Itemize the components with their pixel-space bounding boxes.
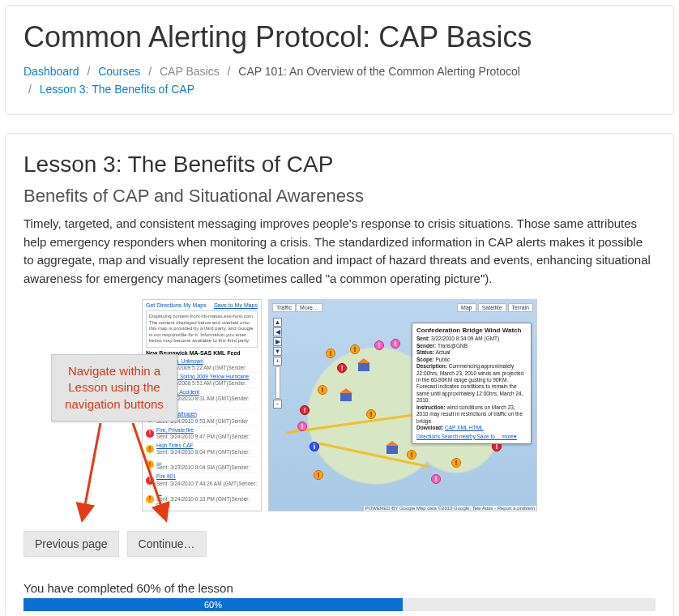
feed-item: !…Sent: 3/23/2010 8:04 SM (GMT)Sender: (143, 457, 261, 473)
callout-tooltip: Navigate within a Lesson using the navig… (51, 354, 177, 421)
feed-disclaimer: Displaying content from nb-masas.ess-hos… (146, 310, 258, 348)
lesson-nav: Previous page Continue… (23, 531, 656, 557)
map-tab-map: Map (457, 303, 476, 312)
lesson-title: Lesson 3: The Benefits of CAP (23, 152, 656, 178)
breadcrumb-sep: / (223, 65, 236, 78)
breadcrumb-lesson[interactable]: Lesson 3: The Benefits of CAP (40, 83, 194, 96)
feed-top-right: Save to My Maps (214, 302, 258, 308)
map-tab-more: More… (296, 303, 322, 312)
lesson-figure: Get Directions My Maps Save to My Maps D… (23, 297, 656, 516)
breadcrumb: Dashboard / Courses / CAP Basics / CAP 1… (23, 62, 656, 98)
bubble-title: Confederation Bridge Wind Watch (416, 327, 527, 335)
progress-bar: 60% (23, 598, 656, 611)
header-panel: Common Alerting Protocol: CAP Basics Das… (5, 5, 674, 115)
map-attribution: POWERED BY Google Map data ©2010 Google,… (364, 506, 536, 511)
breadcrumb-courses[interactable]: Courses (98, 65, 140, 78)
previous-page-button[interactable]: Previous page (23, 531, 119, 557)
lesson-body: Timely, targeted, and consistent messagi… (23, 215, 656, 288)
breadcrumb-sep: / (82, 65, 95, 78)
feed-item: !…Sent: 3/23/2010 9:21 26 AM (GMT)Sender (143, 511, 261, 511)
breadcrumb-sep: / (23, 83, 36, 96)
feed-item: !…Sent: 3/24/2010 6:10 PM (GMT)Sender: D… (143, 489, 261, 511)
map-view-tabs: Traffic More… (272, 303, 322, 312)
progress-label: You have completed 60% of the lesson (23, 581, 656, 595)
breadcrumb-dashboard[interactable]: Dashboard (23, 65, 79, 78)
lesson-panel: Lesson 3: The Benefits of CAP Benefits o… (5, 133, 674, 616)
feed-top-left: Get Directions My Maps (146, 302, 207, 308)
map-tab-traffic: Traffic (272, 303, 296, 312)
section-title: Benefits of CAP and Situational Awarenes… (23, 186, 656, 207)
feed-item: !Fire II01Sent: 3/24/2010 7:44:26 AM (GM… (143, 473, 261, 488)
map-info-bubble: Confederation Bridge Wind Watch Sent: 3/… (412, 323, 532, 444)
breadcrumb-capbasics: CAP Basics (160, 65, 220, 78)
feed-item: !Fire, Private fireSent: 3/24/2010 9:47 … (143, 426, 261, 442)
continue-button[interactable]: Continue… (127, 531, 207, 557)
map-zoom-control: ▲◀▶▼+− (273, 318, 282, 409)
feed-item: !High Tides CAFSent: 3/24/2010 8:04 PM (… (143, 442, 261, 457)
map-tab-terrain: Terrain (508, 303, 533, 312)
breadcrumb-course-title: CAP 101: An Overview of the Common Alert… (238, 65, 520, 78)
page-title: Common Alerting Protocol: CAP Basics (23, 20, 656, 54)
map-tab-satellite: Satellite (478, 303, 506, 312)
map-type-tabs: Map Satellite Terrain (457, 303, 533, 312)
figure-map-panel: Traffic More… Map Satellite Terrain View… (268, 299, 537, 511)
progress-fill: 60% (23, 598, 403, 611)
breadcrumb-sep: / (143, 65, 156, 78)
